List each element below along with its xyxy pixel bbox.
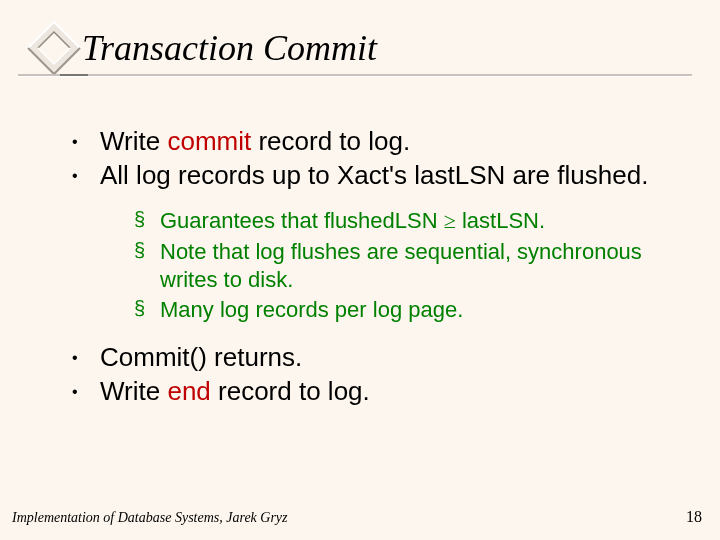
text: Write: [100, 376, 167, 406]
text: Write: [100, 126, 167, 156]
diamond-icon: [24, 18, 84, 78]
text: lastLSN.: [456, 208, 545, 233]
text: record to log.: [251, 126, 410, 156]
bullet-item: Write end record to log.: [68, 376, 692, 408]
text-emphasis: end: [167, 376, 210, 406]
page-number: 18: [686, 508, 702, 526]
text-emphasis: commit: [167, 126, 251, 156]
sub-bullet-item: Many log records per log page.: [134, 296, 692, 324]
geq-symbol: ≥: [444, 208, 456, 233]
sub-bullet-item: Note that log flushes are sequential, sy…: [134, 238, 692, 294]
bullet-item: All log records up to Xact's lastLSN are…: [68, 160, 692, 324]
bullet-list: Write commit record to log. All log reco…: [68, 126, 692, 408]
sub-bullet-list: Guarantees that flushedLSN ≥ lastLSN. No…: [134, 207, 692, 324]
title-row: Transaction Commit: [28, 18, 692, 78]
text: Commit() returns.: [100, 342, 302, 372]
sub-bullet-item: Guarantees that flushedLSN ≥ lastLSN.: [134, 207, 692, 235]
text: All log records up to Xact's lastLSN are…: [100, 160, 648, 190]
text: Guarantees that flushedLSN: [160, 208, 444, 233]
text: Note that log flushes are sequential, sy…: [160, 239, 642, 292]
title-underline: [18, 74, 692, 77]
bullet-item: Write commit record to log.: [68, 126, 692, 158]
bullet-item: Commit() returns.: [68, 342, 692, 374]
title-underline-accent: [60, 74, 88, 76]
footer-source: Implementation of Database Systems, Jare…: [12, 510, 288, 526]
slide-content: Write commit record to log. All log reco…: [28, 126, 692, 408]
text: record to log.: [211, 376, 370, 406]
text: Many log records per log page.: [160, 297, 463, 322]
slide-title: Transaction Commit: [82, 27, 377, 69]
slide: Transaction Commit Write commit record t…: [0, 0, 720, 540]
